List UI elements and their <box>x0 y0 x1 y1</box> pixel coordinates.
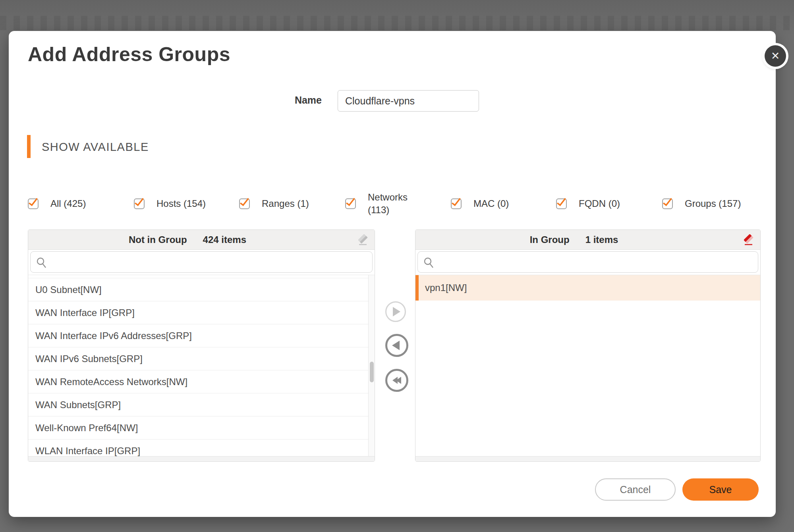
list-item: vpn1[NW] <box>415 282 467 293</box>
left-search-box[interactable] <box>30 251 373 273</box>
in-group-panel: In Group 1 items <box>415 229 761 462</box>
not-in-group-panel: Not in Group 424 items <box>28 229 375 462</box>
list-item[interactable]: WLAN Interface IP[GRP] <box>28 439 375 456</box>
check-icon <box>346 196 355 206</box>
close-button[interactable]: ✕ <box>765 45 786 67</box>
filter-hosts[interactable]: Hosts (154) <box>134 197 206 210</box>
name-label: Name <box>230 94 322 106</box>
search-icon <box>423 257 435 269</box>
selected-accent-bar <box>415 275 419 301</box>
panel-title: Not in Group <box>129 234 187 245</box>
list-item[interactable]: U0 Subnet[NW] <box>28 278 375 301</box>
in-group-selected-item[interactable]: vpn1[NW] <box>415 275 760 301</box>
right-search-input[interactable] <box>439 253 754 272</box>
not-in-group-header: Not in Group 424 items <box>28 230 375 250</box>
checkbox-checked-icon[interactable] <box>239 198 250 209</box>
panel-title: In Group <box>530 234 570 245</box>
list-item[interactable]: WAN IPv6 Subnets[GRP] <box>28 347 375 370</box>
horizontal-scrollbar[interactable] <box>28 456 375 461</box>
filter-label: Ranges (1) <box>262 197 309 210</box>
filter-fqdn[interactable]: FQDN (0) <box>556 197 620 210</box>
move-all-left-button[interactable] <box>385 369 408 392</box>
list-item[interactable]: WAN Subnets[GRP] <box>28 393 375 416</box>
filter-networks[interactable]: Networks (113) <box>345 191 416 217</box>
vertical-scrollbar[interactable] <box>368 275 375 457</box>
filter-mac[interactable]: MAC (0) <box>451 197 509 210</box>
filter-label: FQDN (0) <box>579 197 620 210</box>
close-icon: ✕ <box>771 51 780 62</box>
filter-label: All (425) <box>50 197 86 210</box>
filter-all[interactable]: All (425) <box>28 197 86 210</box>
eraser-icon <box>356 233 369 247</box>
move-left-button[interactable] <box>385 334 408 357</box>
list-spacer <box>28 275 375 278</box>
move-right-button[interactable] <box>385 301 406 322</box>
filter-label: Networks (113) <box>368 191 416 217</box>
section-accent-bar <box>27 135 31 158</box>
arrow-left-icon <box>392 341 400 350</box>
check-icon <box>135 196 144 206</box>
checkbox-checked-icon[interactable] <box>345 199 356 209</box>
filter-label: Groups (157) <box>685 197 741 210</box>
clear-left-button[interactable] <box>355 233 370 247</box>
check-icon <box>663 196 672 206</box>
checkbox-checked-icon[interactable] <box>451 198 462 209</box>
clear-right-button[interactable] <box>741 233 755 247</box>
add-address-groups-dialog: Add Address Groups ✕ Name SHOW AVAILABLE… <box>9 31 776 517</box>
list-item[interactable]: WAN RemoteAccess Networks[NW] <box>28 370 375 393</box>
panel-count: 424 items <box>203 234 246 245</box>
in-group-header: In Group 1 items <box>415 230 760 250</box>
check-icon <box>557 196 566 206</box>
left-search-input[interactable] <box>51 253 368 272</box>
cancel-button[interactable]: Cancel <box>595 478 676 501</box>
right-search-box[interactable] <box>417 251 758 273</box>
check-icon <box>452 196 461 206</box>
panel-count: 1 items <box>585 234 618 245</box>
arrow-right-icon <box>393 307 400 316</box>
filter-label: Hosts (154) <box>156 197 206 210</box>
check-icon <box>29 196 38 206</box>
background-overlay-pattern <box>0 16 794 30</box>
double-arrow-left-icon <box>396 377 401 384</box>
checkbox-checked-icon[interactable] <box>556 198 567 209</box>
scrollbar-thumb[interactable] <box>370 362 374 382</box>
checkbox-checked-icon[interactable] <box>662 198 673 209</box>
filter-groups[interactable]: Groups (157) <box>662 197 741 210</box>
name-field[interactable] <box>338 90 479 112</box>
list-item[interactable]: Well-Known Pref64[NW] <box>28 416 375 439</box>
list-item[interactable]: WAN Interface IP[GRP] <box>28 301 375 324</box>
search-icon <box>36 257 47 269</box>
not-in-group-list: U0 Subnet[NW] WAN Interface IP[GRP] WAN … <box>28 275 375 456</box>
right-search-area <box>415 250 760 275</box>
checkbox-checked-icon[interactable] <box>28 198 39 209</box>
list-item[interactable]: WAN Interface IPv6 Addresses[GRP] <box>28 324 375 347</box>
filter-label: MAC (0) <box>473 197 509 210</box>
show-available-label: SHOW AVAILABLE <box>42 141 149 154</box>
eraser-icon <box>742 233 755 247</box>
horizontal-scrollbar[interactable] <box>415 456 760 461</box>
save-button[interactable]: Save <box>682 478 759 501</box>
checkbox-checked-icon[interactable] <box>134 198 145 209</box>
check-icon <box>240 196 249 206</box>
page-title: Add Address Groups <box>28 43 230 66</box>
left-search-area <box>28 250 375 275</box>
filter-ranges[interactable]: Ranges (1) <box>239 197 309 210</box>
